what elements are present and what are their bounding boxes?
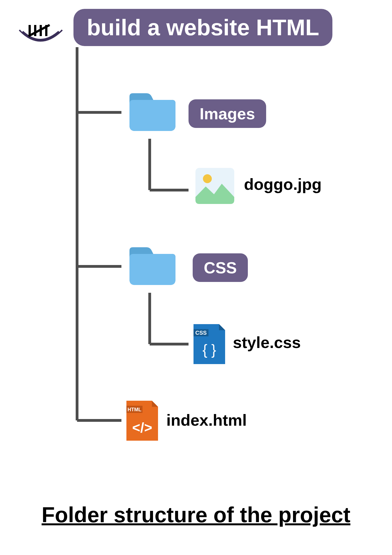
svg-text:{ }: { }: [202, 342, 216, 358]
html-file-icon: HTML </>: [124, 398, 160, 443]
svg-point-14: [203, 174, 212, 183]
doggo-file-label: doggo.jpg: [244, 175, 322, 193]
image-file-icon: [194, 167, 236, 205]
folder-icon: [126, 86, 179, 133]
diagram-caption: Folder structure of the project: [0, 502, 392, 528]
index-file-label: index.html: [166, 411, 247, 429]
svg-text:</>: </>: [132, 420, 152, 435]
svg-text:CSS: CSS: [195, 330, 207, 336]
folder-icon: [126, 240, 179, 287]
css-file-icon: CSS { }: [191, 322, 227, 366]
images-folder-badge: Images: [189, 99, 266, 128]
css-folder-badge: CSS: [193, 253, 248, 282]
style-file-label: style.css: [233, 333, 301, 352]
tree-connectors: [0, 0, 392, 472]
svg-text:HTML: HTML: [128, 407, 141, 412]
